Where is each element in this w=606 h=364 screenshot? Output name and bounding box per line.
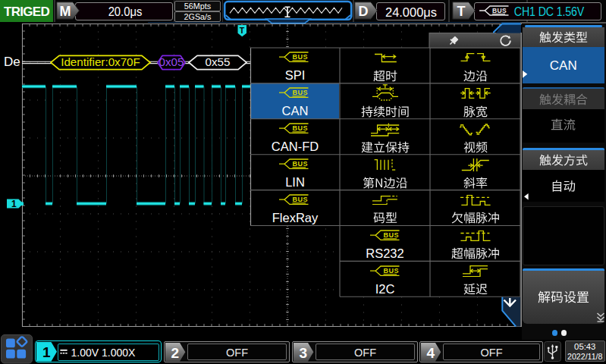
- svg-text:BUS: BUS: [383, 268, 399, 275]
- svg-text:T: T: [457, 4, 465, 19]
- svg-text:1: 1: [42, 344, 51, 360]
- svg-text:BUS: BUS: [293, 89, 309, 96]
- svg-text:D: D: [358, 4, 368, 19]
- svg-text:BUS: BUS: [293, 124, 309, 132]
- svg-text:BUS: BUS: [293, 53, 309, 61]
- svg-text:3: 3: [299, 344, 307, 360]
- svg-text:M: M: [59, 4, 71, 19]
- svg-text:BUS: BUS: [293, 196, 309, 203]
- svg-text:4: 4: [426, 344, 435, 360]
- svg-text:BUS: BUS: [293, 160, 309, 168]
- svg-text:2: 2: [171, 344, 179, 360]
- svg-text:BUS: BUS: [383, 232, 399, 240]
- svg-text:BUS: BUS: [492, 7, 507, 14]
